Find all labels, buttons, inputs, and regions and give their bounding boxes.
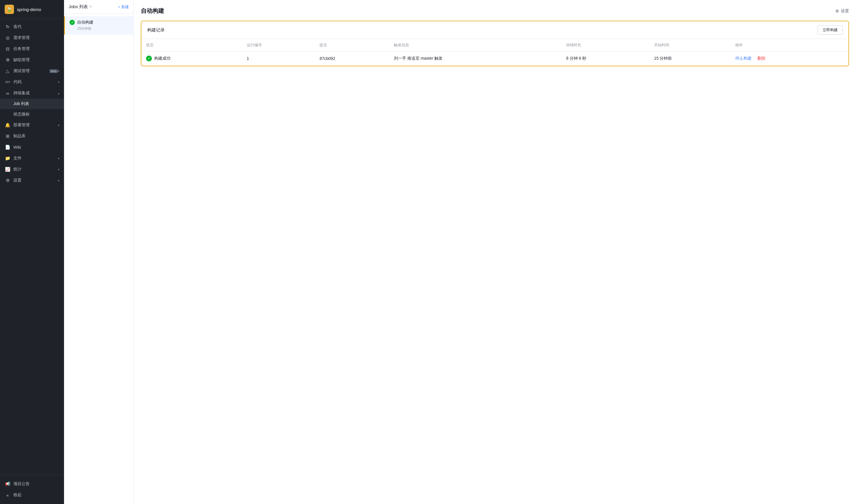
sidebar-item-deployment[interactable]: 🔔 部署管理 ▾: [0, 120, 64, 131]
job-list: 自动构建 15分钟前: [64, 14, 133, 504]
sidebar-item-label: 测试管理: [13, 68, 48, 74]
sidebar-item-label: 统计: [13, 167, 58, 172]
sidebar-nav: ↻ 迭代 ◎ 需求管理 ⊟ 任务管理 ⚙ 缺陷管理 △ 测试管理 beta ▾ …: [0, 19, 64, 474]
stats-icon: 📈: [5, 167, 11, 172]
col-header-commit: 提交: [315, 39, 389, 52]
page-title: 自动构建: [141, 7, 164, 15]
settings-button[interactable]: ⚙ 设置: [835, 8, 849, 14]
iteration-icon: ↻: [5, 24, 11, 30]
sidebar-subitem-status-badge[interactable]: 状态微标: [0, 109, 64, 120]
settings-label: 设置: [841, 8, 849, 14]
deployment-icon: 🔔: [5, 123, 11, 128]
sidebar-item-tasks[interactable]: ⊟ 任务管理: [0, 43, 64, 54]
sidebar-item-label: 部署管理: [13, 123, 58, 128]
detail-panel: 自动构建 ⚙ 设置 构建记录 立即构建 状态 运行编号 提交 触发信息 持: [134, 0, 856, 504]
chevron-down-icon: ▾: [58, 179, 59, 182]
status-success-icon: [146, 56, 152, 61]
sidebar-item-ci[interactable]: ∞ 持续集成 ▴: [0, 88, 64, 98]
build-now-button[interactable]: 立即构建: [818, 25, 843, 35]
testing-badge: beta: [50, 69, 58, 73]
sidebar-item-label: 任务管理: [13, 46, 59, 52]
col-header-start-time: 开始时间: [649, 39, 731, 52]
build-records-header: 构建记录 立即构建: [141, 21, 849, 39]
collapse-icon: «: [5, 493, 11, 498]
sidebar-item-label: 制品库: [13, 133, 59, 139]
jobs-panel: Jobs 列表 ? + 新建 自动构建 15分钟前: [64, 0, 134, 504]
col-header-run-number: 运行编号: [242, 39, 315, 52]
sidebar-item-label: 需求管理: [13, 35, 59, 40]
build-table: 状态 运行编号 提交 触发信息 持续时长 开始时间 操作: [141, 39, 849, 66]
sidebar-item-label: 设置: [13, 178, 58, 183]
chevron-down-icon: ▾: [58, 157, 59, 160]
cell-run-number: 1: [242, 52, 315, 66]
sidebar-item-stats[interactable]: 📈 统计 ▾: [0, 164, 64, 175]
job-time: 15分钟前: [70, 26, 129, 31]
project-name: spring-demo: [17, 7, 41, 12]
sidebar-item-label: 迭代: [13, 24, 59, 30]
chevron-up-icon: ▴: [58, 92, 59, 95]
sidebar-item-label: 缺陷管理: [13, 57, 59, 62]
status-cell: 构建成功: [146, 56, 237, 61]
jobs-panel-title: Jobs 列表 ?: [69, 4, 92, 10]
cell-trigger: 刘一手 推送至 master 触发: [389, 52, 561, 66]
sidebar-item-defects[interactable]: ⚙ 缺陷管理: [0, 54, 64, 66]
sidebar-item-requirements[interactable]: ◎ 需求管理: [0, 32, 64, 43]
delete-button[interactable]: 删除: [757, 56, 766, 60]
sidebar: 🍃 spring-demo ↻ 迭代 ◎ 需求管理 ⊟ 任务管理 ⚙ 缺陷管理 …: [0, 0, 64, 504]
status-text: 构建成功: [154, 56, 171, 61]
col-header-trigger: 触发信息: [389, 39, 561, 52]
settings-icon: ⚙: [5, 178, 11, 183]
build-records-card: 构建记录 立即构建 状态 运行编号 提交 触发信息 持续时长 开始时间 操作: [141, 21, 849, 66]
sidebar-item-settings[interactable]: ⚙ 设置 ▾: [0, 175, 64, 186]
detail-panel-header: 自动构建 ⚙ 设置: [141, 7, 849, 15]
list-item[interactable]: 自动构建 15分钟前: [64, 16, 133, 35]
announcement-icon: 📢: [5, 481, 11, 487]
chevron-down-icon: ▾: [58, 168, 59, 171]
cell-actions: 停止构建 删除: [731, 52, 849, 66]
sidebar-item-collapse[interactable]: « 收起: [0, 489, 64, 501]
testing-icon: △: [5, 68, 11, 74]
sidebar-item-label: 代码: [13, 79, 58, 85]
sidebar-item-label: Wiki: [13, 145, 59, 149]
sidebar-header: 🍃 spring-demo: [0, 0, 64, 19]
col-header-duration: 持续时长: [561, 39, 649, 52]
sidebar-item-wiki[interactable]: 📄 Wiki: [0, 142, 64, 153]
sidebar-item-files[interactable]: 📁 文件 ▾: [0, 153, 64, 164]
job-status-success-icon: [70, 20, 75, 25]
chevron-down-icon: ▾: [58, 80, 59, 84]
stop-build-button[interactable]: 停止构建: [735, 56, 751, 60]
col-header-status: 状态: [141, 39, 242, 52]
gear-icon: ⚙: [835, 9, 839, 13]
project-logo: 🍃: [5, 5, 14, 14]
jobs-title-text: Jobs 列表: [69, 4, 88, 10]
subitem-label: Job 列表: [13, 101, 29, 107]
build-records-title: 构建记录: [147, 28, 165, 33]
job-name: 自动构建: [77, 20, 93, 25]
sidebar-item-announcement[interactable]: 📢 项目公告: [0, 479, 64, 489]
defects-icon: ⚙: [5, 57, 11, 62]
cell-commit: 87cb092: [315, 52, 389, 66]
content-wrapper: Jobs 列表 ? + 新建 自动构建 15分钟前 自动构建 ⚙ 设置: [64, 0, 856, 504]
chevron-down-icon: ▾: [58, 70, 59, 73]
cell-duration: 8 分钟 6 秒: [561, 52, 649, 66]
sidebar-item-code[interactable]: </> 代码 ▾: [0, 76, 64, 88]
cell-status: 构建成功: [141, 52, 242, 66]
wiki-icon: 📄: [5, 145, 11, 150]
sidebar-item-label: 收起: [13, 492, 59, 498]
sidebar-item-label: 持续集成: [13, 90, 58, 96]
artifacts-icon: ⊞: [5, 133, 11, 139]
table-header-row: 状态 运行编号 提交 触发信息 持续时长 开始时间 操作: [141, 39, 849, 52]
requirements-icon: ◎: [5, 35, 11, 40]
sidebar-item-iteration[interactable]: ↻ 迭代: [0, 21, 64, 32]
new-job-button[interactable]: + 新建: [118, 4, 129, 10]
sidebar-item-testing[interactable]: △ 测试管理 beta ▾: [0, 66, 64, 76]
table-row: 构建成功 1 87cb092 刘一手 推送至 master 触发 8 分钟 6 …: [141, 52, 849, 66]
subitem-label: 状态微标: [13, 112, 30, 117]
sidebar-footer: 📢 项目公告 « 收起: [0, 474, 64, 504]
sidebar-subitem-job-list[interactable]: Job 列表: [0, 98, 64, 109]
sidebar-item-label: 文件: [13, 156, 58, 161]
sidebar-item-artifacts[interactable]: ⊞ 制品库: [0, 131, 64, 142]
chevron-down-icon: ▾: [58, 124, 59, 127]
code-icon: </>: [5, 80, 11, 84]
files-icon: 📁: [5, 156, 11, 161]
